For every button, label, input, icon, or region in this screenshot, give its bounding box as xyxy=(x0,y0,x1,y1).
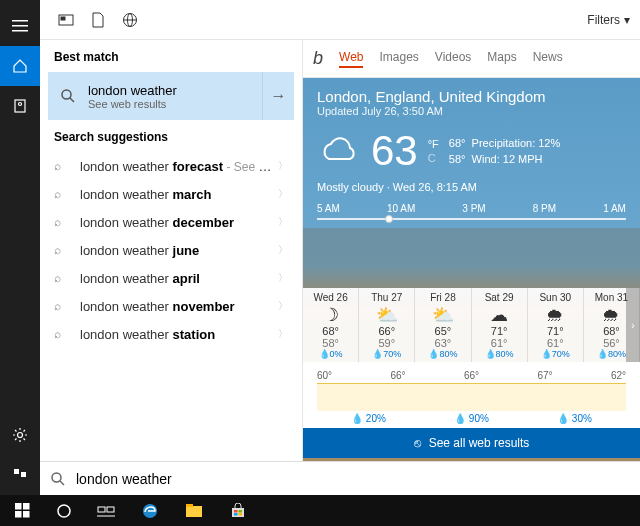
edge-icon[interactable] xyxy=(128,495,172,526)
filters-button[interactable]: Filters▾ xyxy=(587,13,630,27)
best-match-item[interactable]: london weather See web results → xyxy=(48,72,294,120)
hourly-timeline[interactable]: 5 AM10 AM3 PM8 PM1 AM xyxy=(303,199,640,228)
start-button[interactable] xyxy=(0,495,44,526)
filters-label: Filters xyxy=(587,13,620,27)
weather-summary: Mostly cloudy · Wed 26, 8:15 AM xyxy=(303,181,640,199)
forecast-day[interactable]: Wed 26☽68°58°💧0% xyxy=(303,288,359,362)
svg-rect-6 xyxy=(14,469,19,474)
svg-rect-1 xyxy=(12,25,28,27)
suggestion-item[interactable]: ⌕london weather december〉 xyxy=(40,208,302,236)
spark-temp: 60° xyxy=(317,370,332,381)
forecast-precip: 💧80% xyxy=(415,349,470,359)
bing-tab-maps[interactable]: Maps xyxy=(487,50,516,68)
best-match-title: london weather xyxy=(88,83,177,98)
forecast-day[interactable]: Sun 30🌧71°61°💧70% xyxy=(528,288,584,362)
forecast-lo: 61° xyxy=(472,337,527,349)
bing-tab-news[interactable]: News xyxy=(533,50,563,68)
weather-temp: 63 xyxy=(371,127,418,175)
see-all-button[interactable]: ⎋ See all web results xyxy=(303,428,640,458)
explorer-icon[interactable] xyxy=(172,495,216,526)
suggestion-text: london weather station xyxy=(80,327,278,342)
suggestion-item[interactable]: ⌕london weather november〉 xyxy=(40,292,302,320)
search-icon: ⌕ xyxy=(54,243,80,257)
bing-tabs: b WebImagesVideosMapsNews xyxy=(303,40,640,78)
settings-icon[interactable] xyxy=(0,415,40,455)
best-match-subtitle: See web results xyxy=(88,98,177,110)
suggestions-heading: Search suggestions xyxy=(40,120,302,152)
weather-updated: Updated July 26, 3:50 AM xyxy=(317,105,626,117)
notebook-icon[interactable] xyxy=(0,86,40,126)
open-arrow-icon[interactable]: → xyxy=(262,72,294,120)
chevron-right-icon: 〉 xyxy=(278,299,288,313)
menu-icon[interactable] xyxy=(0,6,40,46)
forecast-day[interactable]: Thu 27⛅66°59°💧70% xyxy=(359,288,415,362)
svg-line-14 xyxy=(70,98,74,102)
forecast-hi: 68° xyxy=(303,325,358,337)
svg-rect-18 xyxy=(23,503,30,510)
chevron-right-icon: 〉 xyxy=(278,159,288,173)
svg-rect-22 xyxy=(98,507,105,512)
spark-precip: 💧 30% xyxy=(557,413,592,424)
search-icon xyxy=(48,88,88,104)
chevron-right-icon: 〉 xyxy=(278,327,288,341)
unit-f[interactable]: °F xyxy=(428,137,439,151)
forecast-lo: 59° xyxy=(359,337,414,349)
see-all-label: See all web results xyxy=(429,436,530,450)
task-view-button[interactable] xyxy=(84,495,128,526)
forecast-icon: 🌧 xyxy=(528,305,583,325)
spark-temp: 62° xyxy=(611,370,626,381)
search-input[interactable] xyxy=(76,471,630,487)
weather-location: London, England, United Kingdom xyxy=(317,88,626,105)
feedback-icon[interactable] xyxy=(0,455,40,495)
svg-line-16 xyxy=(60,481,64,485)
forecast-icon: ⛅ xyxy=(415,305,470,325)
svg-rect-28 xyxy=(232,508,244,517)
chevron-right-icon: 〉 xyxy=(278,187,288,201)
svg-rect-23 xyxy=(107,507,114,512)
svg-point-4 xyxy=(19,103,22,106)
cortana-rail xyxy=(0,0,40,495)
svg-rect-26 xyxy=(186,506,202,517)
forecast-precip: 💧70% xyxy=(359,349,414,359)
svg-rect-32 xyxy=(239,513,243,516)
bing-logo: b xyxy=(313,48,323,69)
bing-tab-videos[interactable]: Videos xyxy=(435,50,471,68)
search-bar[interactable] xyxy=(40,461,640,495)
weather-precip: Precipitation: 12% xyxy=(472,137,561,149)
search-icon: ⌕ xyxy=(54,215,80,229)
forecast-precip: 💧80% xyxy=(472,349,527,359)
timeline-thumb[interactable] xyxy=(385,215,393,223)
taskbar xyxy=(0,495,640,526)
suggestion-item[interactable]: ⌕london weather march〉 xyxy=(40,180,302,208)
forecast-lo: 61° xyxy=(528,337,583,349)
documents-icon[interactable] xyxy=(82,4,114,36)
bing-tab-web[interactable]: Web xyxy=(339,50,363,68)
store-icon[interactable] xyxy=(216,495,260,526)
svg-rect-9 xyxy=(61,17,65,20)
cortana-button[interactable] xyxy=(44,495,84,526)
bing-tab-images[interactable]: Images xyxy=(379,50,418,68)
weather-hi: 68° xyxy=(449,137,466,149)
chevron-right-icon: 〉 xyxy=(278,243,288,257)
weather-lo: 58° xyxy=(449,153,466,165)
suggestion-item[interactable]: ⌕london weather april〉 xyxy=(40,264,302,292)
forecast-next-button[interactable]: › xyxy=(626,288,640,362)
forecast-day-label: Thu 27 xyxy=(359,292,414,303)
suggestion-item[interactable]: ⌕london weather station〉 xyxy=(40,320,302,348)
svg-rect-20 xyxy=(23,511,30,518)
web-icon[interactable] xyxy=(114,4,146,36)
suggestion-item[interactable]: ⌕london weather june〉 xyxy=(40,236,302,264)
suggestion-text: london weather march xyxy=(80,187,278,202)
forecast-day[interactable]: Sat 29☁71°61°💧80% xyxy=(472,288,528,362)
apps-icon[interactable] xyxy=(50,4,82,36)
preview-panel: b WebImagesVideosMapsNews London, Englan… xyxy=(302,40,640,495)
unit-c[interactable]: C xyxy=(428,151,439,165)
home-icon[interactable] xyxy=(0,46,40,86)
forecast-hi: 71° xyxy=(472,325,527,337)
suggestion-item[interactable]: ⌕london weather forecast - See web resul… xyxy=(40,152,302,180)
svg-rect-19 xyxy=(15,511,22,518)
timeline-label: 3 PM xyxy=(462,203,485,214)
svg-rect-30 xyxy=(239,510,243,513)
forecast-row: Wed 26☽68°58°💧0%Thu 27⛅66°59°💧70%Fri 28⛅… xyxy=(303,288,640,362)
forecast-day[interactable]: Fri 28⛅65°63°💧80% xyxy=(415,288,471,362)
